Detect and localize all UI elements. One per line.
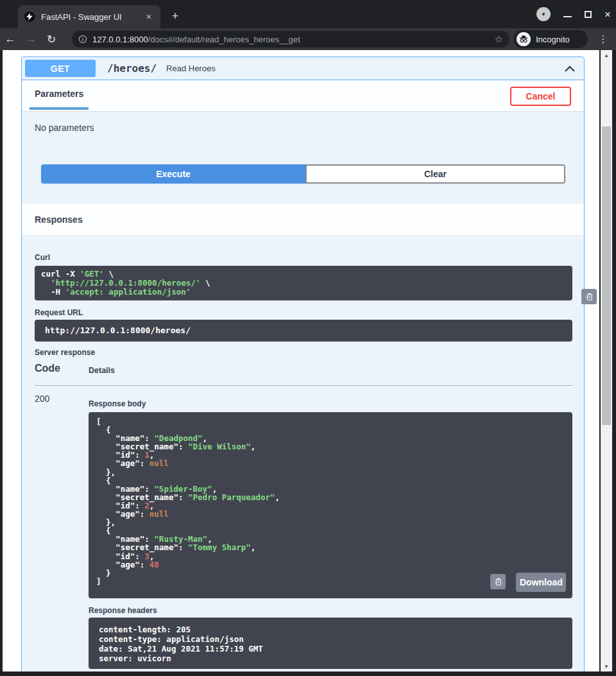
address-bar[interactable]: 127.0.0.1:8000/docs#/default/read_heroes… — [72, 31, 509, 48]
incognito-icon — [517, 32, 531, 46]
refresh-icon[interactable]: ↻ — [41, 33, 62, 46]
opblock-get-heroes: GET /heroes/ Read Heroes Parameters Canc… — [21, 56, 585, 672]
minimize-button[interactable] — [563, 16, 572, 17]
browser-titlebar: FastAPI - Swagger UI × + ▼ × — [0, 0, 616, 28]
responses-title: Responses — [35, 214, 83, 225]
collapse-chevron-icon[interactable] — [563, 64, 576, 73]
endpoint-summary: Read Heroes — [166, 64, 216, 73]
scrollbar-thumb[interactable] — [602, 126, 611, 425]
opblock-header[interactable]: GET /heroes/ Read Heroes — [22, 57, 584, 80]
window-frame-bottom — [0, 672, 616, 676]
request-url-label: Request URL — [35, 308, 83, 317]
info-icon[interactable] — [78, 35, 87, 44]
curl-label: Curl — [35, 253, 50, 262]
url-host: 127.0.0.1:8000 — [92, 35, 148, 44]
url-text[interactable]: 127.0.0.1:8000/docs#/default/read_heroes… — [92, 35, 491, 44]
window-controls: ▼ × — [536, 0, 611, 28]
new-tab-button[interactable]: + — [167, 8, 184, 24]
download-button[interactable]: Download — [516, 573, 566, 592]
fastapi-favicon-icon — [24, 12, 35, 22]
details-column-header: Details — [89, 366, 115, 375]
scroll-down-icon[interactable]: ▼ — [601, 661, 612, 672]
back-icon[interactable]: ← — [0, 33, 21, 46]
cancel-button[interactable]: Cancel — [510, 87, 571, 106]
incognito-badge: Incognito — [513, 30, 588, 48]
status-code: 200 — [35, 394, 49, 404]
request-url-value: http://127.0.0.1:8000/heroes/ — [45, 325, 562, 336]
responses-section-header: Responses — [22, 204, 584, 236]
endpoint-path: /heroes/ — [107, 62, 157, 74]
parameters-tab-underline — [30, 107, 89, 110]
parameters-section-header: Parameters Cancel — [22, 80, 584, 111]
bookmark-star-icon[interactable]: ☆ — [495, 33, 503, 45]
clear-button[interactable]: Clear — [305, 164, 565, 184]
page-content: GET /heroes/ Read Heroes Parameters Canc… — [3, 50, 599, 672]
browser-tab[interactable]: FastAPI - Swagger UI × — [18, 5, 160, 28]
incognito-label: Incognito — [536, 35, 570, 44]
window-frame-left — [0, 50, 3, 676]
tab-close-icon[interactable]: × — [144, 11, 154, 22]
url-path: /docs#/default/read_heroes_heroes__get — [148, 35, 300, 44]
browser-window: FastAPI - Swagger UI × + ▼ × ← → ↻ 127.0… — [0, 0, 616, 676]
page-scrollbar[interactable]: ▲ ▼ — [601, 50, 612, 672]
request-url-block: http://127.0.0.1:8000/heroes/ — [35, 320, 572, 342]
method-badge: GET — [25, 60, 96, 77]
execute-button[interactable]: Execute — [41, 164, 305, 184]
execute-row: Execute Clear — [41, 164, 565, 184]
response-body-label: Response body — [89, 399, 146, 408]
copy-response-button[interactable] — [490, 574, 506, 589]
browser-menu-icon[interactable]: ⋮ — [595, 28, 611, 50]
code-column-header: Code — [35, 363, 60, 374]
browser-update-icon[interactable]: ▼ — [536, 7, 551, 21]
response-body-block: Download [ { "name": "Deadpond", "secret… — [89, 412, 572, 598]
response-headers-block: content-length: 205content-type: applica… — [89, 618, 572, 669]
copy-curl-button[interactable] — [581, 289, 597, 304]
curl-code-block: curl -X 'GET' \ 'http://127.0.0.1:8000/h… — [35, 266, 572, 300]
scroll-up-icon[interactable]: ▲ — [601, 50, 612, 60]
window-frame-right — [612, 50, 616, 676]
close-window-button[interactable]: × — [604, 9, 611, 20]
tab-title: FastAPI - Swagger UI — [41, 12, 144, 22]
no-parameters-text: No parameters — [35, 123, 94, 133]
forward-icon[interactable]: → — [21, 33, 41, 46]
response-headers-label: Response headers — [89, 606, 157, 615]
table-divider — [35, 385, 572, 386]
tab-parameters[interactable]: Parameters — [35, 89, 83, 99]
maximize-button[interactable] — [585, 11, 592, 18]
server-response-label: Server response — [35, 348, 95, 357]
